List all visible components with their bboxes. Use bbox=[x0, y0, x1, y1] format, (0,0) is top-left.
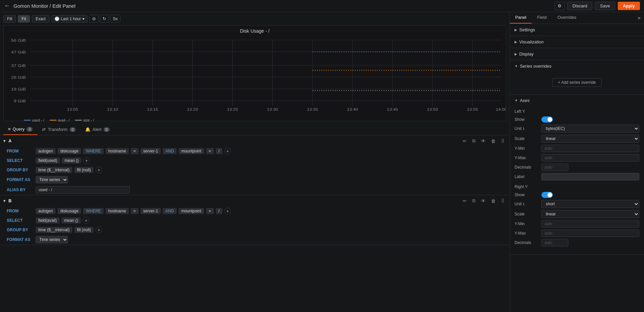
chevron-right-visualization: ▶ bbox=[515, 40, 517, 44]
groupby-label-b: GROUP BY bbox=[7, 228, 34, 232]
left-y-label-input[interactable] bbox=[541, 173, 639, 180]
add-groupby-b[interactable]: + bbox=[96, 227, 102, 233]
left-y-min-input[interactable] bbox=[541, 145, 639, 152]
query-a-select-row: SELECT field(used) mean () + bbox=[0, 156, 509, 165]
from-table-b[interactable]: autogen bbox=[36, 208, 55, 214]
fit-button[interactable]: Fit bbox=[18, 15, 30, 23]
groupby-time-b[interactable]: time ($__interval) bbox=[36, 227, 72, 233]
from-measurement-a[interactable]: diskusage bbox=[58, 148, 81, 154]
format-select-a[interactable]: Time series bbox=[36, 176, 68, 183]
hide-query-a[interactable]: 👁 bbox=[479, 137, 487, 144]
topbar-right: ⚙ Discard Save Apply bbox=[555, 2, 640, 10]
time-picker[interactable]: 🕐 Last 1 hour ▾ bbox=[51, 15, 87, 23]
rp-series-overrides-header[interactable]: ▼ Series overrides bbox=[510, 60, 644, 72]
add-select-a[interactable]: + bbox=[83, 157, 90, 164]
query-b-format-row: FORMAT AS Time series bbox=[0, 235, 509, 245]
where-key1-a[interactable]: hostname bbox=[106, 148, 129, 154]
rp-tab-field[interactable]: Field bbox=[532, 12, 552, 24]
right-y-min-input[interactable] bbox=[541, 220, 639, 228]
interval-button[interactable]: 5s bbox=[110, 15, 120, 23]
select-field-a[interactable]: field(used) bbox=[36, 158, 60, 164]
from-table-a[interactable]: autogen bbox=[36, 148, 55, 154]
where-key2-a[interactable]: mountpoint bbox=[179, 148, 204, 154]
exact-button[interactable]: Exact bbox=[32, 15, 49, 23]
hide-query-b[interactable]: 👁 bbox=[479, 197, 487, 204]
select-fn-b[interactable]: mean () bbox=[62, 217, 81, 223]
where-key1-b[interactable]: hostname bbox=[106, 208, 129, 214]
rp-axes-header[interactable]: ▼ Axes bbox=[510, 95, 644, 106]
back-button[interactable]: ← bbox=[4, 2, 10, 9]
chart-container: Disk Usage - / 56 GiB 47 GiB 37 GiB 28 G… bbox=[3, 25, 506, 121]
collapse-right-panel[interactable]: » bbox=[634, 12, 644, 24]
right-y-unit-row: Unit ℹ short bbox=[515, 200, 639, 208]
where-key2-b[interactable]: mountpoint bbox=[179, 208, 204, 214]
apply-button[interactable]: Apply bbox=[618, 2, 640, 10]
where-val1-b[interactable]: server-1 bbox=[141, 208, 161, 214]
delete-query-b[interactable]: 🗑 bbox=[489, 197, 497, 204]
fill-button[interactable]: Fill bbox=[3, 15, 16, 23]
where-val2-a[interactable]: / bbox=[216, 148, 222, 154]
refresh-button[interactable]: ↻ bbox=[100, 15, 109, 23]
rp-visualization-header[interactable]: ▶ Visualization bbox=[510, 36, 644, 48]
rp-display-header[interactable]: ▶ Display bbox=[510, 48, 644, 60]
left-y-show-toggle[interactable] bbox=[541, 116, 553, 123]
from-measurement-b[interactable]: diskusage bbox=[58, 208, 81, 214]
add-where-b[interactable]: + bbox=[224, 208, 231, 214]
left-y-decimals-row: Decimals bbox=[515, 164, 639, 171]
copy-query-b[interactable]: ⧉ bbox=[470, 197, 477, 204]
discard-button[interactable]: Discard bbox=[567, 2, 592, 10]
save-button[interactable]: Save bbox=[595, 2, 615, 10]
right-y-max-input[interactable] bbox=[541, 230, 639, 237]
time-range-label: Last 1 hour bbox=[61, 16, 81, 21]
add-where-a[interactable]: + bbox=[224, 148, 231, 154]
tab-transform[interactable]: ⇄ Transform 0 bbox=[37, 124, 80, 135]
tab-query[interactable]: ≡ Query 3 bbox=[3, 124, 37, 135]
groupby-fill-a[interactable]: fill (null) bbox=[74, 167, 93, 173]
where-val2-b[interactable]: / bbox=[216, 208, 222, 214]
drag-query-a[interactable]: ⠿ bbox=[499, 137, 506, 144]
left-y-unit-select[interactable]: bytes(IEC) bbox=[541, 125, 639, 133]
edit-query-b[interactable]: ✏ bbox=[461, 197, 468, 204]
right-y-decimals-input[interactable] bbox=[541, 239, 568, 246]
right-y-unit-info-icon[interactable]: ℹ bbox=[523, 202, 524, 206]
query-b-actions: ✏ ⧉ 👁 🗑 ⠿ bbox=[461, 197, 506, 204]
rp-settings-header[interactable]: ▶ Settings bbox=[510, 24, 644, 36]
zoom-out-button[interactable]: ⊖ bbox=[89, 15, 99, 23]
add-select-b[interactable]: + bbox=[83, 217, 89, 224]
format-select-b[interactable]: Time series bbox=[36, 236, 68, 243]
rp-section-display: ▶ Display bbox=[510, 48, 644, 60]
drag-query-b[interactable]: ⠿ bbox=[499, 197, 506, 204]
left-y-unit-control: bytes(IEC) bbox=[541, 125, 639, 133]
right-y-scale-select[interactable]: linear bbox=[541, 210, 639, 218]
page-title: Gomon Monitor / Edit Panel bbox=[13, 3, 75, 9]
groupby-fill-b[interactable]: fill (null) bbox=[74, 227, 93, 233]
left-y-decimals-input[interactable] bbox=[541, 164, 568, 171]
left-y-max-input[interactable] bbox=[541, 154, 639, 162]
legend-label-size: size - / bbox=[83, 118, 94, 122]
query-header-a[interactable]: ▾ A ✏ ⧉ 👁 🗑 ⠿ bbox=[0, 135, 509, 146]
rp-tab-panel[interactable]: Panel bbox=[510, 12, 532, 24]
visualization-label: Visualization bbox=[519, 39, 544, 44]
add-groupby-a[interactable]: + bbox=[96, 167, 102, 173]
where-op2-a: = bbox=[206, 148, 214, 154]
edit-query-a[interactable]: ✏ bbox=[461, 137, 468, 144]
right-y-unit-select[interactable]: short bbox=[541, 200, 639, 208]
select-field-b[interactable]: field(avail) bbox=[36, 217, 60, 223]
query-header-b[interactable]: ▾ B ✏ ⧉ 👁 🗑 ⠿ bbox=[0, 195, 509, 206]
where-keyword-a: WHERE bbox=[83, 148, 104, 154]
where-val1-a[interactable]: server-1 bbox=[141, 148, 161, 154]
svg-text:28 GiB: 28 GiB bbox=[11, 75, 26, 80]
left-y-unit-info-icon[interactable]: ℹ bbox=[523, 127, 524, 131]
copy-query-a[interactable]: ⧉ bbox=[470, 137, 477, 144]
left-y-scale-select[interactable]: linear bbox=[541, 135, 639, 143]
groupby-time-a[interactable]: time ($__interval) bbox=[36, 167, 72, 173]
rp-tab-overrides[interactable]: Overrides bbox=[552, 12, 581, 24]
tab-alert[interactable]: 🔔 Alert 0 bbox=[80, 124, 114, 135]
alias-input-a[interactable] bbox=[36, 186, 130, 194]
query-tab-badge: 3 bbox=[27, 127, 33, 132]
add-series-override-button[interactable]: + Add series override bbox=[552, 78, 602, 87]
settings-icon-button[interactable]: ⚙ bbox=[555, 2, 565, 10]
right-y-show-toggle[interactable] bbox=[541, 192, 553, 198]
delete-query-a[interactable]: 🗑 bbox=[489, 137, 497, 144]
select-fn-a[interactable]: mean () bbox=[62, 158, 81, 164]
